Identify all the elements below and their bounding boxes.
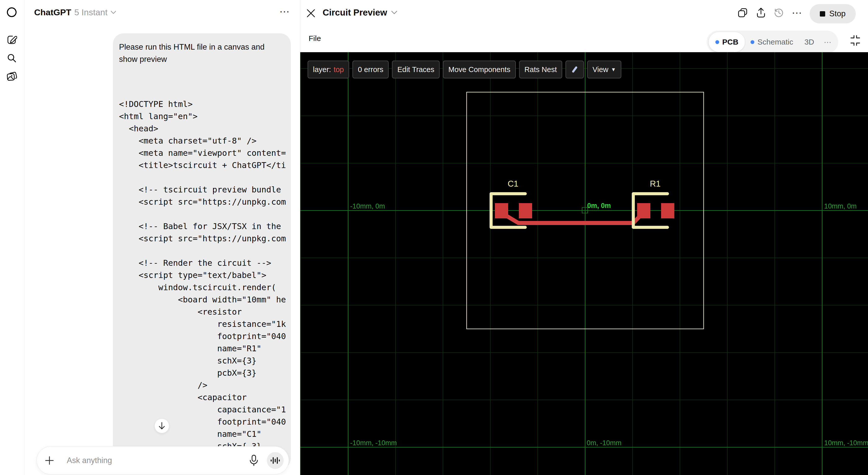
search-icon (6, 53, 17, 63)
grid-label-mid-right: 10mm, 0m (824, 202, 857, 210)
share-icon (756, 7, 766, 18)
app-name: ChatGPT (34, 7, 71, 17)
message-input[interactable]: Ask anything (67, 456, 248, 465)
microphone-icon (249, 455, 258, 466)
errors-button[interactable]: 0 errors (352, 61, 389, 78)
view-mode-tabs: PCB Schematic 3D ⋯ (707, 31, 838, 54)
openai-logo-icon (6, 6, 18, 18)
layer-button[interactable]: layer: top (308, 61, 349, 78)
canvas-more-button[interactable]: ⋯ (792, 7, 803, 18)
scroll-to-bottom-button[interactable] (154, 418, 169, 433)
tab-3d-label: 3D (804, 38, 814, 46)
history-icon (773, 7, 784, 18)
tab-pcb-label: PCB (722, 38, 738, 46)
grid-label-bottom-mid: 0m, -10mm (587, 439, 622, 447)
dictate-button[interactable] (248, 455, 260, 466)
grid-label-mid-left: -10mm, 0m (350, 202, 385, 210)
tab-pcb[interactable]: PCB (709, 32, 745, 52)
openai-logo[interactable] (6, 6, 18, 18)
view-label: View (592, 65, 608, 74)
library-icon (6, 71, 17, 82)
rats-nest-button[interactable]: Rats Nest (519, 61, 562, 78)
c1-label: C1 (508, 179, 518, 189)
stop-label: Stop (829, 9, 845, 18)
close-icon (306, 9, 315, 18)
model-selector[interactable]: ChatGPT 5 Instant (34, 7, 116, 17)
pcb-toolbar: layer: top 0 errors Edit Traces Move Com… (308, 61, 621, 78)
r1-pad-1 (637, 203, 650, 218)
r1-pad-2 (661, 203, 674, 218)
copy-icon (738, 8, 747, 18)
grid-lines (300, 52, 868, 475)
search-button[interactable] (6, 52, 18, 64)
r1-label: R1 (650, 179, 660, 189)
pcb-dot-icon (715, 40, 719, 44)
move-components-button[interactable]: Move Components (443, 61, 516, 78)
circuit-preview-panel: Circuit Preview ⋯ Stop (300, 0, 868, 475)
tab-schematic-label: Schematic (757, 38, 793, 46)
model-name: 5 Instant (74, 7, 107, 17)
chat-header: ChatGPT 5 Instant ⋯ (25, 0, 300, 27)
message-intro-text: Please run this HTML file in a canvas an… (119, 41, 285, 65)
canvas-title-dropdown[interactable]: Circuit Preview (322, 7, 397, 18)
chevron-down-icon (391, 11, 397, 14)
chat-more-button[interactable]: ⋯ (279, 6, 290, 17)
file-menu[interactable]: File (309, 34, 321, 43)
plus-icon (44, 456, 54, 465)
grid-label-bottom-left: -10mm, -10mm (350, 439, 397, 447)
caret-down-icon: ▼ (611, 67, 616, 73)
view-dropdown-button[interactable]: View ▼ (587, 61, 621, 78)
history-button[interactable] (773, 7, 784, 18)
tab-schematic[interactable]: Schematic (745, 32, 799, 52)
share-button[interactable] (755, 7, 767, 18)
message-code-block: <!DOCTYPE html> <html lang="en"> <head> … (119, 98, 285, 469)
library-button[interactable] (6, 70, 18, 82)
schematic-dot-icon (750, 40, 754, 44)
app-window: ChatGPT 5 Instant ⋯ Please run this HTML… (0, 0, 868, 475)
tab-3d[interactable]: 3D (799, 32, 819, 52)
stop-square-icon (820, 11, 825, 16)
tabs-more-button[interactable]: ⋯ (820, 38, 836, 46)
layer-label: layer: (313, 65, 331, 74)
waveform-icon (270, 455, 281, 466)
copy-button[interactable] (737, 7, 748, 18)
layer-value: top (334, 65, 344, 74)
grid-label-bottom-right: 10mm, -10mm (824, 439, 868, 447)
c1-pad-2 (519, 203, 532, 218)
contract-icon (849, 35, 861, 46)
contract-view-button[interactable] (849, 35, 861, 46)
arrow-down-icon (158, 422, 166, 430)
c1-pad-1 (495, 203, 508, 218)
new-chat-icon (6, 34, 17, 45)
pencil-tool-button[interactable] (565, 61, 584, 78)
grid-label-origin: 0m, 0m (587, 202, 611, 209)
chevron-down-icon (111, 11, 116, 14)
attach-button[interactable] (44, 455, 55, 466)
new-chat-button[interactable] (6, 34, 18, 46)
left-rail (0, 0, 25, 475)
stop-button[interactable]: Stop (810, 4, 856, 24)
close-canvas-button[interactable] (306, 9, 316, 19)
pcb-drawing: C1 R1 -10mm, 0m 0m, 0m 10mm, 0m -10mm, -… (300, 52, 868, 475)
pencil-icon (571, 66, 579, 73)
composer: Ask anything (36, 446, 289, 474)
user-message-bubble: Please run this HTML file in a canvas an… (113, 33, 291, 469)
canvas-title: Circuit Preview (322, 7, 387, 18)
voice-mode-button[interactable] (267, 452, 284, 469)
edit-traces-button[interactable]: Edit Traces (392, 61, 440, 78)
pcb-canvas[interactable]: C1 R1 -10mm, 0m 0m, 0m 10mm, 0m -10mm, -… (300, 52, 868, 475)
